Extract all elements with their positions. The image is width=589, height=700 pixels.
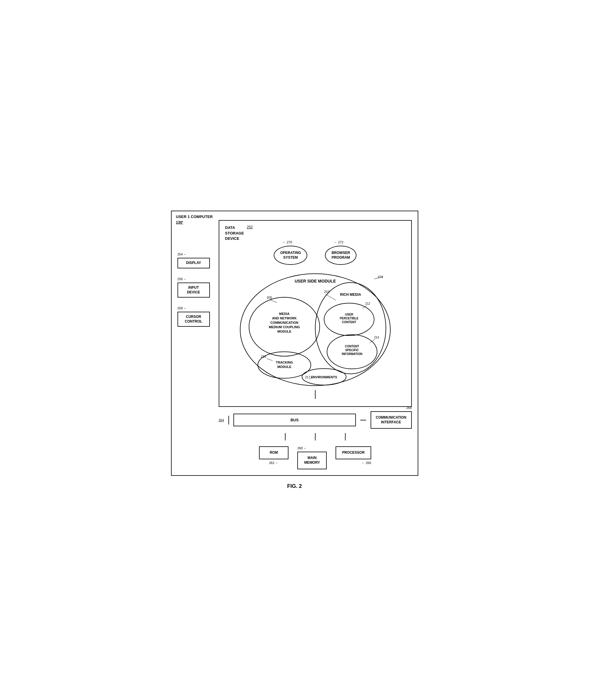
left-sidebar: 254 ← DISPLAY 256 ← INPUTDEVICE 258 ← CU… (178, 253, 213, 469)
data-storage-section: DATASTORAGEDEVICE 252 ← 270 OPERATINGSYS… (219, 220, 412, 407)
svg-line-5 (270, 300, 277, 303)
processor-item: PROCESSOR ← 266 (336, 446, 371, 469)
svg-text:MEDIA: MEDIA (279, 312, 289, 315)
data-storage-label: DATASTORAGEDEVICE (225, 225, 244, 241)
comm-interface-box: COMMUNICATIONINTERFACE (371, 411, 412, 429)
main-memory-ref: 260 ← (297, 446, 307, 450)
title-ref: 130' (176, 220, 213, 225)
right-area: DATASTORAGEDEVICE 252 ← 270 OPERATINGSYS… (219, 220, 412, 469)
svg-text:CONTENT: CONTENT (345, 345, 359, 348)
svg-point-29 (327, 335, 377, 369)
cursor-ref-label: 258 ← (178, 306, 187, 310)
rom-item: ROM 262 ← (259, 446, 288, 469)
usm-svg: USER SIDE MODULE 274 205 MEDIA AND NETWO… (239, 271, 392, 389)
input-device-item: 256 ← INPUTDEVICE (178, 277, 213, 298)
data-storage-ref: 252 (247, 225, 253, 229)
v-line-3 (345, 433, 346, 440)
svg-text:MODULE: MODULE (277, 365, 291, 369)
display-ref-label: 254 ← (178, 253, 187, 256)
title-line1: USER 1 COMPUTER (176, 214, 213, 220)
operating-system-container: ← 270 OPERATINGSYSTEM (274, 246, 307, 265)
operating-system-oval: OPERATINGSYSTEM (274, 246, 307, 265)
cursor-control-box: CURSORCONTROL (178, 312, 210, 327)
svg-text:USER: USER (345, 313, 354, 316)
comm-ref: 268 (406, 406, 411, 410)
browser-program-container: ← 272 BROWSERPROGRAM (325, 246, 357, 265)
rom-box: ROM (259, 446, 288, 459)
browser-ref: ← 272 (334, 240, 343, 244)
svg-text:210: 210 (324, 290, 329, 293)
svg-line-18 (326, 294, 336, 300)
bus-to-comm-line (360, 420, 366, 420)
input-ref-label: 256 ← (178, 277, 187, 281)
vert-lines-row (219, 433, 412, 440)
svg-text:205: 205 (267, 296, 272, 299)
svg-text:MEDIUM COUPLING: MEDIUM COUPLING (269, 325, 300, 329)
svg-text:217: 217 (305, 375, 310, 379)
os-ref: ← 270 (282, 240, 292, 244)
rom-ref: 262 ← (269, 461, 278, 464)
browser-program-oval: BROWSERPROGRAM (325, 246, 357, 265)
display-item: 254 ← DISPLAY (178, 253, 213, 268)
svg-text:PERCETIBLE: PERCETIBLE (340, 317, 359, 320)
svg-text:USER SIDE MODULE: USER SIDE MODULE (294, 279, 336, 283)
bus-ref-label: 264 (219, 418, 224, 422)
top-programs-row: ← 270 OPERATINGSYSTEM ← 272 BROWSERPROGR… (225, 246, 405, 265)
svg-text:SPECIFIC: SPECIFIC (345, 348, 359, 352)
user-side-module-container: USER SIDE MODULE 274 205 MEDIA AND NETWO… (239, 271, 392, 389)
comm-interface-container: 268 COMMUNICATIONINTERFACE (371, 411, 412, 429)
svg-text:TRACKING: TRACKING (275, 361, 292, 364)
processor-ref: ← 266 (362, 461, 371, 464)
v-line-2 (315, 433, 316, 440)
bus-row: 264 BUS 268 COMMUNICATIONINTERFACE (219, 411, 412, 429)
svg-text:AND NETWORK: AND NETWORK (272, 316, 297, 320)
svg-text:ENVIRONMENTS: ENVIRONMENTS (311, 375, 337, 379)
bus-box: BUS (233, 414, 356, 426)
v-line-1 (285, 433, 285, 440)
figure-label: FIG. 2 (171, 483, 418, 489)
input-device-box: INPUTDEVICE (178, 283, 210, 298)
cursor-control-item: 258 ← CURSORCONTROL (178, 306, 213, 327)
svg-text:CONTENT: CONTENT (342, 320, 356, 324)
svg-line-13 (267, 359, 272, 361)
page-container: USER 1 COMPUTER 130' 254 ← DISPLAY 256 ←… (162, 202, 427, 498)
main-memory-box: MAINMEMORY (297, 452, 327, 469)
svg-text:RICH MEDIA: RICH MEDIA (340, 293, 361, 297)
components-row: ROM 262 ← 260 ← MAINMEMORY PROCESSOR (219, 446, 412, 469)
main-diagram-border: USER 1 COMPUTER 130' 254 ← DISPLAY 256 ←… (171, 211, 418, 475)
svg-text:214: 214 (374, 336, 379, 339)
display-box: DISPLAY (178, 258, 210, 268)
svg-text:MODULE: MODULE (277, 330, 291, 333)
svg-text:INFORMATION: INFORMATION (342, 353, 362, 356)
svg-text:212: 212 (365, 302, 370, 305)
svg-text:COMMUNICATION: COMMUNICATION (270, 321, 298, 324)
processor-box: PROCESSOR (336, 446, 371, 459)
bus-left-connector (228, 416, 229, 425)
computer-title: USER 1 COMPUTER 130' (176, 214, 213, 225)
storage-to-bus-line (315, 390, 316, 399)
main-memory-item: 260 ← MAINMEMORY (297, 446, 327, 469)
